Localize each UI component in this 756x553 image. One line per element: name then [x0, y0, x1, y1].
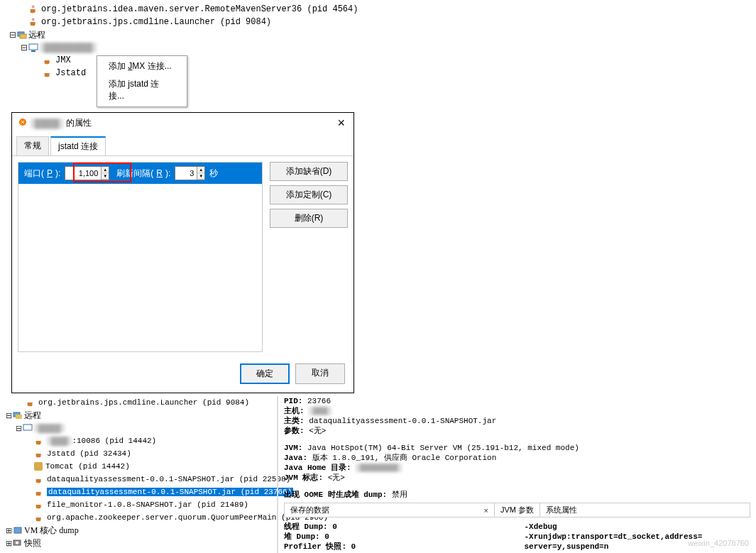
svg-rect-6	[16, 415, 22, 419]
tree-expander[interactable]: ⊟	[14, 424, 23, 433]
port-input[interactable]	[65, 167, 101, 180]
java-icon	[28, 17, 38, 27]
java-label: Java:	[284, 454, 307, 462]
interval-input[interactable]	[175, 167, 197, 180]
watermark: weixin_42078760	[688, 539, 749, 547]
tree-expander[interactable]: ⊞	[4, 539, 13, 548]
java-icon	[34, 449, 44, 459]
tree-item-label: file_monitor-1.0.8-SNAPSHOT.jar (pid 214…	[47, 500, 248, 509]
tree-row[interactable]: org.jetbrains.jps.cmdline.Launcher (pid …	[6, 16, 750, 28]
java-icon	[43, 55, 53, 65]
tab-strip: 常规 jstatd 连接	[12, 133, 354, 156]
tree-row[interactable]: org.jetbrains.idea.maven.server.RemoteMa…	[6, 3, 750, 16]
remote-icon	[17, 30, 27, 40]
tree-item-label: JMX	[55, 55, 71, 65]
jvmflags-label: JVM 标志:	[284, 473, 323, 482]
tree-item-label: :10086 (pid 14442)	[72, 437, 156, 445]
tree-item-label: Tomcat (pid 14442)	[45, 462, 130, 471]
tab-label: 系统属性	[546, 505, 577, 515]
java-icon	[34, 487, 44, 497]
tab-jstatd[interactable]: jstatd 连接	[50, 136, 106, 155]
menu-prefix: 添加	[109, 79, 128, 89]
tree-row[interactable]: ⊟ 远程	[3, 409, 274, 422]
tab-label: JVM 参数	[500, 505, 534, 515]
tree-expander[interactable]: ⊟	[20, 43, 28, 53]
dialog-app-icon	[18, 117, 28, 129]
tree-row[interactable]: dataqualityassessment-0.0.1-SNAPSHOT.jar…	[3, 486, 274, 498]
tree-item-label: org.jetbrains.idea.maven.server.RemoteMa…	[41, 4, 358, 14]
tree-row[interactable]: Jstatd (pid 32434)	[3, 447, 274, 460]
blurred-host: ███	[309, 407, 332, 415]
cancel-button[interactable]: 取消	[295, 363, 345, 384]
tree-item-label: org.jetbrains.jps.cmdline.Launcher (pid …	[41, 17, 271, 27]
properties-dialog: ████ 的属性 × 常规 jstatd 连接 端口(P): ▲ ▼	[11, 112, 354, 393]
pid-value: 23766	[307, 397, 331, 405]
tree-row-remote[interactable]: ⊟ 远程	[6, 28, 750, 41]
spin-up[interactable]: ▲	[102, 167, 109, 173]
tree-row[interactable]: ⊞ VM 核心 dump	[3, 524, 274, 537]
tab-general[interactable]: 常规	[16, 136, 49, 155]
svg-rect-8	[14, 527, 21, 533]
profiler-snapshot: Profiler 快照: 0	[284, 542, 356, 551]
tree-row[interactable]: ⊟ ████████	[6, 41, 750, 54]
tree-row[interactable]: dataqualityassessment-0.0.1-SNAPSHOT.jar…	[3, 473, 274, 486]
port-spinner[interactable]: ▲ ▼	[65, 166, 109, 180]
tree-row[interactable]: ⊞ 快照	[3, 537, 274, 549]
connection-header-row[interactable]: 端口(P): ▲ ▼ 刷新间隔(R): ▲ ▼	[18, 163, 262, 184]
tree-row[interactable]: org.jetbrains.jps.cmdline.Launcher (pid …	[3, 396, 274, 409]
tree-row[interactable]: file_monitor-1.0.8-SNAPSHOT.jar (pid 214…	[3, 498, 274, 511]
tree-item-label: Jstatd	[55, 68, 86, 78]
detail-col-left: 线程 Dump: 0 堆 Dump: 0 Profiler 快照: 0	[284, 522, 510, 553]
tree-row[interactable]: Tomcat (pid 14442)	[3, 460, 274, 473]
detail-tab-strip: 保存的数据 × JVM 参数 系统属性	[284, 503, 750, 518]
heap-dump: 堆 Dump: 0	[284, 532, 329, 541]
dialog-close-button[interactable]: ×	[334, 116, 348, 131]
jvm-label: JVM:	[284, 444, 302, 452]
detail-col-right: -Xdebug -Xrunjdwp:transport=dt_socket,ad…	[525, 522, 751, 553]
jvm-value: Java HotSpot(TM) 64-Bit Server VM (25.19…	[307, 444, 579, 452]
blurred-ip: ███	[47, 437, 72, 445]
menu-item-add-jmx[interactable]: 添加 JMX 连接...	[97, 58, 187, 75]
spin-down[interactable]: ▼	[102, 173, 109, 180]
pid-label: PID:	[284, 397, 302, 405]
tree-expander[interactable]: ⊞	[4, 526, 13, 535]
thread-dump: 线程 Dump: 0	[284, 522, 337, 531]
host-icon	[23, 423, 33, 433]
detail-tab-jvmargs[interactable]: JVM 参数	[495, 503, 540, 517]
spin-up[interactable]: ▲	[197, 167, 204, 173]
close-icon[interactable]: ×	[484, 506, 488, 515]
tree-row[interactable]: ███ :10086 (pid 14442)	[3, 434, 274, 447]
add-custom-button[interactable]: 添加定制(C)	[270, 185, 348, 204]
delete-button[interactable]: 删除(R)	[270, 209, 348, 228]
menu-item-add-jstatd[interactable]: 添加 jstatd 连接...	[97, 75, 187, 105]
detail-tab-saved[interactable]: 保存的数据 ×	[285, 503, 495, 517]
host-icon	[28, 43, 38, 53]
svg-rect-1	[20, 34, 26, 38]
jvmarg-line: -Xdebug	[525, 522, 751, 532]
context-menu: 添加 JMX 连接... 添加 jstatd 连接...	[97, 55, 187, 107]
detail-tab-sysprops[interactable]: 系统属性	[540, 503, 750, 517]
java-icon	[34, 500, 44, 510]
menu-prefix: 添加	[109, 61, 128, 71]
jvmflags-value: <无>	[328, 473, 345, 482]
tree-item-label: org.jetbrains.jps.cmdline.Launcher (pid …	[38, 398, 249, 407]
tree-row[interactable]: ⊟ ████	[3, 422, 274, 434]
tree-item-label-selected: dataqualityassessment-0.0.1-SNAPSHOT.jar…	[47, 488, 293, 496]
java-icon	[28, 4, 38, 14]
spin-down[interactable]: ▼	[197, 173, 204, 180]
add-default-button[interactable]: 添加缺省(D)	[270, 162, 348, 181]
dialog-title-bar: ████ 的属性 ×	[12, 113, 354, 133]
tree-expander[interactable]: ⊟	[9, 30, 17, 40]
lower-panel: org.jetbrains.jps.cmdline.Launcher (pid …	[0, 396, 756, 553]
tree-row[interactable]: org.apache.zookeeper.server.quorum.Quoru…	[3, 511, 274, 524]
java-icon	[34, 474, 44, 484]
tree-item-label: Jstatd (pid 32434)	[47, 449, 131, 458]
tree-item-label: VM 核心 dump	[24, 525, 79, 537]
tree-item-label: 远程	[24, 410, 41, 422]
ok-button[interactable]: 确定	[240, 363, 290, 384]
tree-expander[interactable]: ⊟	[4, 411, 13, 420]
interval-spinner[interactable]: ▲ ▼	[175, 166, 205, 180]
oome-value: 禁用	[392, 491, 407, 499]
menu-suffix: MX 连接...	[132, 61, 171, 71]
tree-item-label: 远程	[28, 29, 45, 41]
